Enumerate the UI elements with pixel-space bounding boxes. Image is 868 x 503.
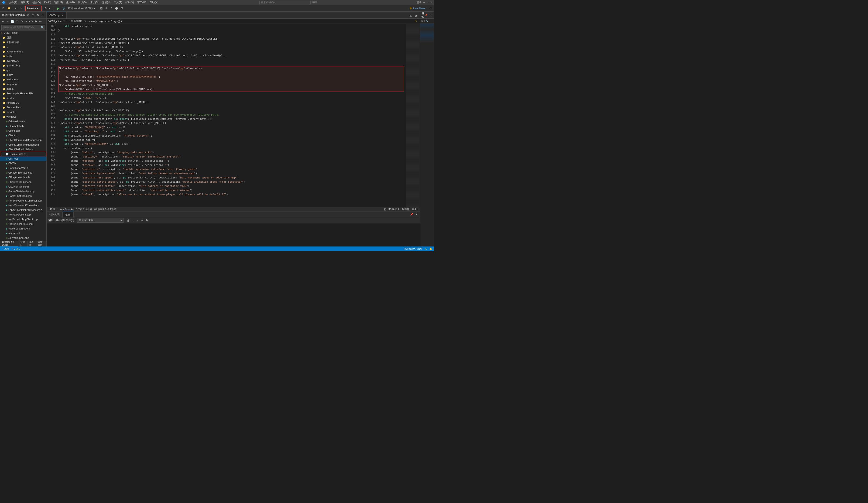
close-btn[interactable]: ✕ — [430, 1, 432, 4]
breakpoints-btn[interactable]: ⬤ — [114, 6, 119, 11]
more-btns[interactable]: ⊞ — [120, 6, 124, 11]
tab-class-view[interactable]: 类视图 — [28, 241, 36, 247]
tree-item-heromovementcontroller-h[interactable]: ◈HeroMovementController.h — [0, 203, 46, 208]
output-wrap-btn[interactable]: ⏎ — [140, 218, 144, 222]
tree-item-conditionalwait-h[interactable]: ◈ConditionalWait.h — [0, 166, 46, 170]
output-close-btn[interactable]: ✕ — [414, 212, 418, 217]
tree-item-eventssdl[interactable]: 📁eventsSDL — [0, 59, 46, 63]
run-button[interactable]: ▶ — [56, 6, 61, 11]
error-count[interactable]: ✕ 0 ⚠ 0 — [11, 248, 20, 250]
tree-item-cmakelists-txt[interactable]: 📄CMakeLists.txt — [0, 152, 46, 156]
properties-pin-btn[interactable]: 📌 — [424, 13, 428, 17]
sidebar-filter-btn[interactable]: ⊞ — [31, 13, 35, 17]
menu-build[interactable]: 生成(B) — [65, 0, 76, 5]
tree-item-precompile-header-file[interactable]: 📁Precompile Header File — [0, 91, 46, 96]
tab-close-btn[interactable]: ✕ — [61, 14, 64, 17]
menu-project[interactable]: 项目(P) — [53, 0, 64, 5]
tree-item-gamechathandler-h[interactable]: ◈GameChatHandler.h — [0, 193, 46, 198]
menu-edit[interactable]: 编辑(E) — [19, 0, 31, 5]
tree-item-source-files[interactable]: 📁Source Files — [0, 105, 46, 110]
tree-item-clientnetpackvisitors-h[interactable]: ◈ClientNetPackVisitors.h — [0, 147, 46, 152]
view-code-btn[interactable]: </> — [29, 19, 33, 23]
tree-item-cserverhandler-h[interactable]: ◈CServerHandler.h — [0, 184, 46, 189]
undo-btn[interactable]: ↩ — [14, 6, 18, 11]
collapse-btn[interactable]: ≡ — [24, 19, 29, 23]
output-pin-btn[interactable]: 📌 — [410, 212, 414, 217]
feedback-btn[interactable]: ☺ — [428, 6, 433, 11]
tree-item-heromovementcontroller-cpp[interactable]: ⊞HeroMovementController.cpp — [0, 198, 46, 203]
menu-help[interactable]: 帮助(H) — [148, 0, 159, 5]
tree-item-mapview[interactable]: 📁mapView — [0, 82, 46, 86]
tree-item-lobbyclientnetpackvisitors-h[interactable]: ◈LobbyClientNetPackVisitors.h — [0, 208, 46, 212]
scope-dropdown[interactable]: （全局范围） — [68, 19, 83, 23]
tab-solution-explorer[interactable]: 解决方案资源管理器 — [0, 241, 18, 247]
output-scroll-up-btn[interactable]: ↑ — [131, 218, 135, 222]
login-button[interactable]: 登录 — [417, 1, 422, 4]
menu-bar[interactable]: 文件(F) 编辑(E) 视图(V) Git(G) 项目(P) 生成(B) 调试(… — [8, 0, 160, 5]
add-source-control[interactable]: 添加到源代码管理 — [404, 247, 423, 250]
menu-test[interactable]: 测试(S) — [89, 0, 100, 5]
redo-btn[interactable]: ↪ — [19, 6, 23, 11]
breadcrumb-scope[interactable]: （全局范围） ▼ — [68, 19, 86, 23]
menu-debug[interactable]: 调试(D) — [77, 0, 88, 5]
properties-icon-3[interactable]: 🔧 — [426, 20, 428, 22]
tree-item-adventuremap[interactable]: 📁adventureMap — [0, 49, 46, 54]
step-over-btn[interactable]: ⬒ — [99, 6, 104, 11]
platform-dropdown[interactable]: x64 ▼ — [42, 6, 54, 11]
tree-item-clientcommandmanager-h[interactable]: ◈ClientCommandManager.h — [0, 142, 46, 147]
sidebar-close-btn[interactable]: ✕ — [40, 13, 44, 17]
global-search-input[interactable] — [259, 1, 311, 4]
tree-item-windows[interactable]: 📁windows — [0, 114, 46, 119]
tree-item-render[interactable]: 📁render — [0, 96, 46, 101]
menu-analyze[interactable]: 分析(N) — [101, 0, 112, 5]
menu-git[interactable]: Git(G) — [43, 0, 52, 5]
properties-close-btn[interactable]: ✕ — [428, 13, 433, 17]
tree-item-netpackslobbyclient-cpp[interactable]: ⊞NetPacksLobbyClient.cpp — [0, 217, 46, 222]
tab-error-list[interactable]: 错误列表 — [46, 212, 63, 217]
tree-item-client-h[interactable]: ◈Client.h — [0, 133, 46, 138]
properties-btn[interactable]: 📄 — [10, 19, 14, 23]
zoom-level[interactable]: 110 % — [49, 208, 55, 211]
refresh-btn[interactable]: ↻ — [20, 19, 24, 23]
tree-item-playerlocalstate-h[interactable]: ◈PlayerLocalState.h — [0, 226, 46, 231]
minimap[interactable] — [406, 24, 420, 207]
tree-item-cgameinfo-h[interactable]: ◈CGameInfo.h — [0, 124, 46, 128]
output-source-select[interactable]: 显示输出来源... — [77, 218, 124, 223]
minimize-btn[interactable]: ─ — [423, 1, 425, 4]
tab-settings-btn[interactable]: ⚙ — [414, 14, 418, 18]
tree-item-client-cpp[interactable]: ⊞Client.cpp — [0, 128, 46, 133]
tree-item-globallobby[interactable]: 📁globalLobby — [0, 63, 46, 68]
tree-item-lobby[interactable]: 📁lobby — [0, 72, 46, 77]
tree-item------[interactable]: 📁外部依赖项 — [0, 40, 46, 44]
warning-badge[interactable]: ⚠ — [414, 19, 418, 23]
liveshare-button[interactable]: ⚡ Live Share — [407, 6, 427, 10]
tree-item-gui[interactable]: 📁gui — [0, 68, 46, 72]
tree-item-widgets[interactable]: 📁widgets — [0, 110, 46, 114]
maximize-btn[interactable]: □ — [427, 1, 428, 4]
tree-item-gamechathandler-cpp[interactable]: ⊞GameChatHandler.cpp — [0, 189, 46, 193]
menu-window[interactable]: 窗口(W) — [136, 0, 148, 5]
tree-item-cmt-h[interactable]: ◈CMT.h — [0, 161, 46, 166]
show-all-btn[interactable]: 👁 — [15, 19, 19, 23]
output-clear-btn[interactable]: 🗑 — [126, 218, 131, 222]
tree-item-playerlocalstate-cpp[interactable]: ⊞PlayerLocalState.cpp — [0, 222, 46, 226]
breadcrumb-project[interactable]: VCMI_client ▼ — [49, 20, 65, 23]
project-dropdown[interactable]: VCMI_client — [49, 20, 62, 23]
attach-debugger-btn[interactable]: 🔗 — [61, 6, 66, 11]
tree-item-battle[interactable]: 📁battle — [0, 54, 46, 59]
function-dropdown[interactable]: main(int argc, char * argv[]) — [89, 20, 120, 23]
step-in-btn[interactable]: ⤓ — [104, 6, 108, 11]
tree-item-clientcommandmanager-cpp[interactable]: ⊞ClientCommandManager.cpp — [0, 138, 46, 142]
nav-back-btn[interactable]: ← — [1, 19, 5, 23]
debug-windows-btn[interactable]: 本地 Windows 调试器 ▼ — [67, 6, 97, 11]
editor-tab-cmt[interactable]: CMT.cpp ✕ — [46, 12, 66, 18]
tab-output[interactable]: 输出 — [63, 212, 74, 217]
tree-item-cmt-cpp[interactable]: ⊞CMT.cpp — [0, 156, 46, 161]
more-options-btn[interactable]: ⋯ — [38, 19, 42, 23]
properties-icon-1[interactable]: ⊞ — [421, 20, 423, 22]
code-editor[interactable]: std::cout << opts;}"kw">class="pp">#"kw"… — [56, 24, 406, 207]
tree-item-media[interactable]: 📁media — [0, 86, 46, 91]
properties-icon-2[interactable]: ⚙ — [423, 20, 425, 22]
tree-item---[interactable]: 📁.. — [0, 44, 46, 49]
tree-item-cgameinfo-cpp[interactable]: ⊞CGameInfo.cpp — [0, 119, 46, 124]
